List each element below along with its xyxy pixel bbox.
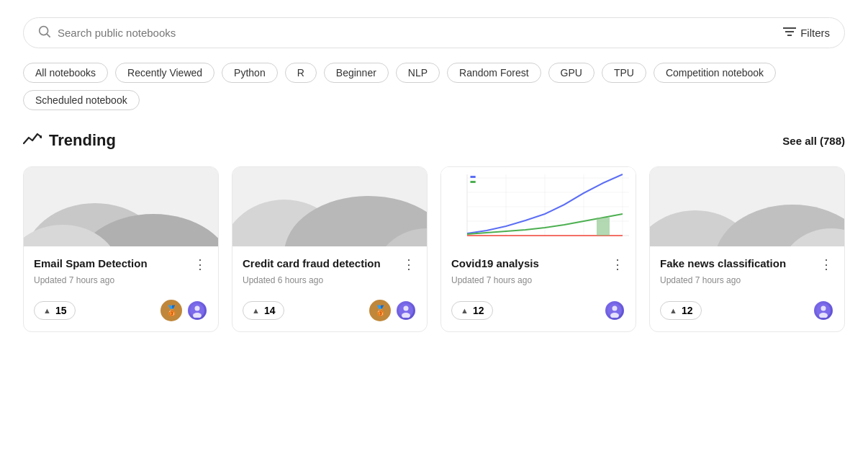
card-covid19: Covid19 analysis ⋮ Updated 7 hours ago ▲… xyxy=(440,166,636,332)
card-body-2: Credit card fraud detection ⋮ Updated 6 … xyxy=(232,246,427,285)
card-email-spam: Email Spam Detection ⋮ Updated 7 hours a… xyxy=(23,166,219,332)
chip-scheduled-notebook[interactable]: Scheduled notebook xyxy=(23,90,140,110)
cards-grid: Email Spam Detection ⋮ Updated 7 hours a… xyxy=(23,166,845,332)
chip-nlp[interactable]: NLP xyxy=(396,63,440,83)
card-thumbnail-4 xyxy=(650,167,844,246)
card-avatars-2: 🥉 xyxy=(369,300,417,321)
card-updated-3: Updated 7 hours ago xyxy=(451,275,625,285)
card-updated-2: Updated 6 hours ago xyxy=(243,275,417,285)
card-menu-button-4[interactable]: ⋮ xyxy=(818,256,834,272)
card-title-4: Fake news classification xyxy=(660,256,814,271)
page-wrapper: Filters All notebooks Recently Viewed Py… xyxy=(0,0,868,349)
card-menu-button-3[interactable]: ⋮ xyxy=(610,256,625,272)
chip-beginner[interactable]: Beginner xyxy=(324,63,389,83)
card-thumbnail-2 xyxy=(232,167,427,246)
section-title: Trending xyxy=(49,131,116,150)
filters-icon xyxy=(783,27,796,40)
card-footer-4: ▲ 12 xyxy=(650,291,844,331)
vote-arrow-2: ▲ xyxy=(252,306,260,315)
see-all-link[interactable]: See all (788) xyxy=(782,135,845,147)
chip-r[interactable]: R xyxy=(285,63,317,83)
svg-rect-31 xyxy=(597,218,610,236)
vote-button-4[interactable]: ▲ 12 xyxy=(660,301,702,320)
vote-arrow-4: ▲ xyxy=(669,306,677,315)
card-updated-1: Updated 7 hours ago xyxy=(34,275,208,285)
section-header: Trending See all (788) xyxy=(23,130,845,151)
chip-python[interactable]: Python xyxy=(222,63,278,83)
card-title-3: Covid19 analysis xyxy=(451,256,605,271)
avatar-circle-3 xyxy=(604,300,625,321)
vote-count-1: 15 xyxy=(55,305,67,316)
vote-button-2[interactable]: ▲ 14 xyxy=(243,301,284,320)
chip-competition-notebook[interactable]: Competition notebook xyxy=(654,63,776,83)
vote-button-1[interactable]: ▲ 15 xyxy=(34,301,76,320)
chip-random-forest[interactable]: Random Forest xyxy=(447,63,541,83)
card-title-row-1: Email Spam Detection ⋮ xyxy=(34,256,208,272)
search-bar: Filters xyxy=(23,17,845,48)
card-avatars-1: 🥉 xyxy=(161,300,208,321)
card-title-1: Email Spam Detection xyxy=(34,256,188,271)
vote-count-3: 12 xyxy=(473,305,484,316)
avatar-medal-2: 🥉 xyxy=(369,300,391,321)
svg-rect-33 xyxy=(471,181,476,183)
card-body-1: Email Spam Detection ⋮ Updated 7 hours a… xyxy=(24,246,218,285)
avatar-medal-1: 🥉 xyxy=(161,300,182,321)
avatar-circle-4 xyxy=(813,300,834,321)
card-footer-1: ▲ 15 🥉 xyxy=(24,291,218,331)
chip-gpu[interactable]: GPU xyxy=(548,63,595,83)
card-body-4: Fake news classification ⋮ Updated 7 hou… xyxy=(650,246,844,285)
card-avatars-3 xyxy=(604,300,625,321)
vote-arrow-1: ▲ xyxy=(43,306,51,315)
card-footer-3: ▲ 12 xyxy=(441,291,636,331)
vote-button-3[interactable]: ▲ 12 xyxy=(451,301,493,320)
card-updated-4: Updated 7 hours ago xyxy=(660,275,834,285)
svg-point-35 xyxy=(612,306,618,311)
search-input[interactable] xyxy=(58,27,783,39)
svg-point-42 xyxy=(821,306,826,311)
card-title-row-4: Fake news classification ⋮ xyxy=(660,256,834,272)
filter-chips: All notebooks Recently Viewed Python R B… xyxy=(23,63,845,110)
card-menu-button-1[interactable]: ⋮ xyxy=(192,256,208,272)
card-thumbnail-1 xyxy=(24,167,218,246)
search-icon xyxy=(38,25,50,40)
svg-point-11 xyxy=(195,306,200,311)
chip-tpu[interactable]: TPU xyxy=(602,63,646,83)
card-thumbnail-3 xyxy=(441,167,636,246)
card-title-row-2: Credit card fraud detection ⋮ xyxy=(243,256,417,272)
svg-point-18 xyxy=(404,306,409,311)
card-body-3: Covid19 analysis ⋮ Updated 7 hours ago xyxy=(441,246,636,285)
card-menu-button-2[interactable]: ⋮ xyxy=(401,256,417,272)
svg-line-1 xyxy=(47,34,50,37)
avatar-circle-2 xyxy=(395,300,417,321)
vote-count-2: 14 xyxy=(264,305,276,316)
avatar-circle-1 xyxy=(186,300,208,321)
card-credit-fraud: Credit card fraud detection ⋮ Updated 6 … xyxy=(232,166,428,332)
filters-button[interactable]: Filters xyxy=(783,27,830,40)
trending-icon xyxy=(23,130,42,151)
filters-label: Filters xyxy=(800,27,830,39)
card-fake-news: Fake news classification ⋮ Updated 7 hou… xyxy=(649,166,845,332)
chip-recently-viewed[interactable]: Recently Viewed xyxy=(115,63,214,83)
svg-rect-32 xyxy=(471,176,476,178)
section-title-group: Trending xyxy=(23,130,116,151)
card-avatars-4 xyxy=(813,300,834,321)
vote-arrow-3: ▲ xyxy=(461,306,469,315)
card-title-row-3: Covid19 analysis ⋮ xyxy=(451,256,625,272)
vote-count-4: 12 xyxy=(682,305,693,316)
card-footer-2: ▲ 14 🥉 xyxy=(232,291,427,331)
chip-all-notebooks[interactable]: All notebooks xyxy=(23,63,108,83)
card-title-2: Credit card fraud detection xyxy=(243,256,397,271)
